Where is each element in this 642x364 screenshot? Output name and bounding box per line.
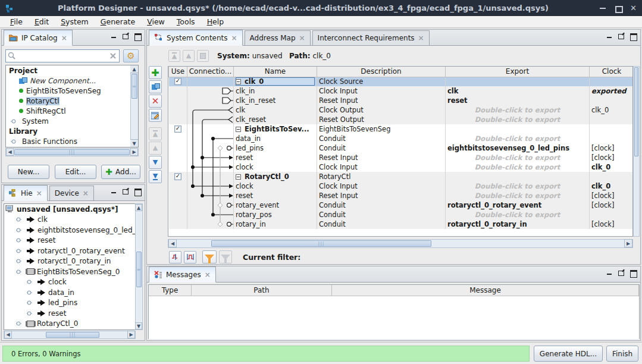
remove-button[interactable]: ✕ [149, 95, 162, 108]
hierarchy-item-rotaryctl-0[interactable]: RotaryCtl_0 [4, 319, 135, 330]
add-component-button[interactable] [149, 80, 162, 93]
collapse-icon[interactable] [236, 79, 241, 84]
export-cell[interactable]: reset [446, 96, 590, 105]
show-interfaces-button[interactable] [184, 251, 196, 263]
move-down-button[interactable]: ▼ [149, 156, 162, 169]
ip-tree-item-rotaryctl[interactable]: RotaryCtl [6, 96, 138, 106]
tree-expand-handle-icon[interactable] [27, 288, 35, 297]
ip-tree-item-eightbitstosevenseg[interactable]: EightBitsToSevenSeg [6, 86, 138, 96]
name-cell[interactable]: rotary_in [234, 219, 317, 229]
column-header-clock[interactable]: Clock [590, 67, 634, 77]
edit-component-button[interactable]: Edit... [55, 165, 96, 179]
export-cell[interactable]: clk [446, 86, 590, 96]
hierarchy-vertical-scrollbar[interactable]: ▲ ≡ ▼ [135, 203, 143, 330]
clock-cell[interactable]: exported [590, 86, 634, 96]
collapse-icon[interactable] [236, 127, 241, 132]
use-checkbox[interactable] [174, 125, 181, 133]
ip-tree-item-basic-functions[interactable]: Basic Functions [6, 136, 138, 146]
window-restore-button[interactable] [615, 5, 622, 12]
scroll-left-icon[interactable]: ◀ [6, 148, 14, 156]
hierarchy-horizontal-scrollbar[interactable]: ◀ ||| ▶ [4, 331, 136, 339]
tree-expand-handle-icon[interactable] [11, 137, 19, 146]
tree-expand-handle-icon[interactable] [16, 257, 24, 265]
panel-maximize-icon[interactable] [134, 189, 141, 194]
tab-hierarchy[interactable]: Hie × [4, 185, 48, 201]
clear-filter-button[interactable] [219, 250, 232, 263]
clock-cell[interactable]: clk_0 [590, 162, 634, 172]
tab-close-icon[interactable]: × [418, 35, 424, 41]
export-cell[interactable]: Double-click to export [446, 134, 590, 143]
tree-expand-handle-icon[interactable] [11, 117, 19, 125]
clock-cell[interactable]: [clock] [590, 219, 634, 229]
export-cell[interactable]: Double-click to export [446, 181, 590, 191]
hierarchy-item-clk[interactable]: clk [4, 215, 135, 225]
table-row-rotaryctl-0[interactable]: RotaryCtl_0RotaryCtl [169, 172, 634, 181]
tree-expand-handle-icon[interactable] [27, 278, 35, 286]
move-top-button[interactable]: ▲ [168, 50, 180, 62]
use-cell[interactable] [169, 172, 187, 181]
export-cell[interactable]: eightbitstosevenseg_0_led_pins [446, 143, 590, 153]
tab-ip-catalog[interactable]: IP Catalog × [4, 30, 73, 46]
tree-expand-handle-icon[interactable] [27, 299, 35, 307]
move-top-button[interactable]: ▲ [149, 127, 162, 140]
panel-float-icon[interactable] [123, 189, 129, 194]
table-row-clk-0[interactable]: clk_0Clock Source [169, 77, 634, 86]
tab-interconnect-requirements[interactable]: Interconnect Requirements× [312, 30, 430, 45]
tab-close-icon[interactable]: × [36, 190, 42, 196]
scroll-right-icon[interactable]: ▶ [130, 148, 138, 156]
use-checkbox[interactable] [174, 173, 181, 180]
clock-cell[interactable]: [clock] [590, 153, 634, 162]
hierarchy-item-reset[interactable]: reset [4, 236, 135, 246]
connections-wires[interactable] [187, 77, 233, 229]
scroll-up-icon[interactable]: ▲ [130, 65, 138, 73]
ip-search-input[interactable] [18, 52, 109, 60]
name-cell[interactable]: reset [234, 153, 317, 162]
name-cell[interactable]: reset [234, 191, 317, 200]
ip-tree-item-new-component-[interactable]: New Component... [6, 76, 138, 86]
hierarchy-item-rotaryctl-0-rotary-event[interactable]: rotaryctl_0_rotary_event [4, 246, 135, 256]
menu-view[interactable]: View [142, 16, 170, 27]
name-cell[interactable]: clk_0 [234, 77, 317, 86]
table-row-clk-in[interactable]: clk_inClock Inputclkexported [169, 86, 634, 96]
name-cell[interactable]: rotary_event [234, 200, 317, 210]
export-cell[interactable]: rotaryctl_0_rotary_event [446, 200, 590, 210]
clock-cell[interactable]: clk_0 [590, 105, 634, 115]
clock-cell[interactable] [590, 96, 634, 105]
clear-search-icon[interactable] [109, 52, 117, 60]
name-cell[interactable]: RotaryCtl_0 [234, 172, 317, 181]
table-row-clock[interactable]: clockClock InputDouble-click to exportcl… [169, 181, 634, 191]
tree-expand-handle-icon[interactable] [11, 148, 19, 148]
clock-cell[interactable]: [clock] [590, 191, 634, 200]
name-cell[interactable]: clk_in [234, 86, 317, 96]
panel-maximize-icon[interactable] [134, 33, 141, 39]
table-row-eightbitstosev-[interactable]: EightBitsToSev...EightBitsToSevenSeg [169, 124, 634, 134]
table-row-clock[interactable]: clockClock InputDouble-click to exportcl… [169, 162, 634, 172]
table-row-rotary-event[interactable]: rotary_eventConduitrotaryctl_0_rotary_ev… [169, 200, 634, 210]
generate-hdl-button[interactable]: Generate HDL... [534, 346, 603, 362]
messages-column-path[interactable]: Path [192, 285, 332, 296]
show-signals-button[interactable] [169, 251, 181, 263]
scroll-down-icon[interactable]: ▼ [130, 139, 138, 147]
use-checkbox[interactable] [174, 78, 181, 85]
name-cell[interactable]: rotary_pos [234, 210, 317, 219]
export-cell[interactable] [446, 77, 590, 86]
clock-cell[interactable] [590, 172, 634, 181]
tab-close-icon[interactable]: × [83, 190, 89, 196]
clock-cell[interactable]: [clock] [590, 143, 634, 153]
tab-close-icon[interactable]: × [61, 35, 67, 41]
menu-help[interactable]: Help [202, 16, 230, 27]
panel-float-icon[interactable] [123, 33, 129, 39]
window-close-button[interactable]: ✕ [630, 5, 637, 12]
name-cell[interactable]: clk [234, 105, 317, 115]
ip-tree-item-library[interactable]: Library [6, 126, 138, 136]
scroll-down-icon[interactable]: ▼ [135, 322, 142, 330]
move-up-button[interactable]: ▲ [149, 142, 162, 155]
column-header-name[interactable]: Name [234, 67, 317, 77]
scroll-up-icon[interactable]: ▲ [135, 204, 142, 211]
hierarchy-item-eightbitstosevenseg-0-led-[interactable]: eightbitstosevenseg_0_led_ [4, 225, 135, 236]
export-cell[interactable]: Double-click to export [446, 115, 590, 124]
panel-float-icon[interactable] [618, 270, 625, 276]
tree-expand-handle-icon[interactable] [27, 309, 35, 318]
export-cell[interactable] [446, 124, 590, 134]
table-row-reset[interactable]: resetReset InputDouble-click to export[c… [169, 153, 634, 162]
